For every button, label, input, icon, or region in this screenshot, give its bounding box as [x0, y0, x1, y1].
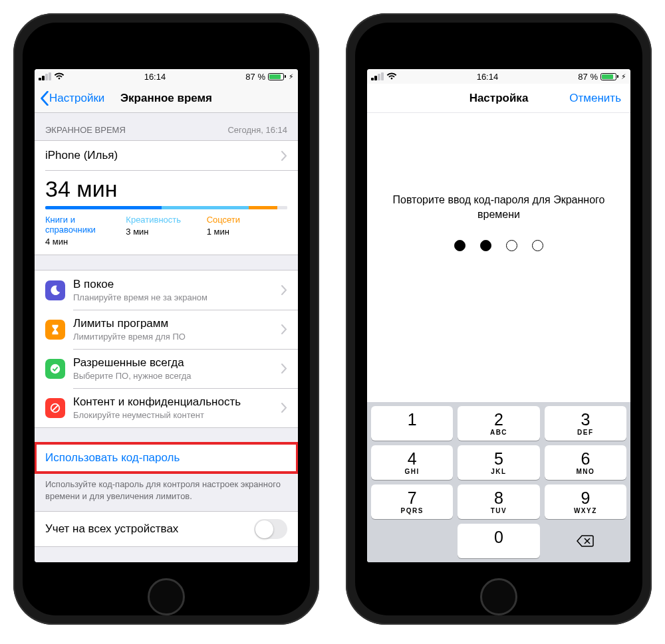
share-devices-row[interactable]: Учет на всех устройствах [35, 512, 298, 546]
check-icon [45, 359, 65, 379]
section-header-label: ЭКРАННОЕ ВРЕМЯ [45, 125, 126, 135]
passcode-note: Используйте код-пароль для контроля наст… [35, 473, 298, 511]
category-value: 4 мин [45, 237, 126, 247]
screen-left: 16:14 87 % ⚡︎ Настройки Экранное время [35, 69, 298, 562]
share-toggle[interactable] [254, 519, 287, 539]
category-item: Соцсети1 мин [207, 215, 287, 247]
settings-row[interactable]: Контент и конфиденциальностьБлокируйте н… [35, 388, 298, 427]
row-subtitle: Лимитируйте время для ПО [73, 332, 277, 342]
section-header-time: Сегодня, 16:14 [227, 125, 287, 135]
device-row[interactable]: iPhone (Илья) [35, 141, 298, 170]
signal-icon [371, 72, 384, 80]
nav-bar: Настройка Отменить [367, 84, 630, 113]
row-subtitle: Планируйте время не за экраном [73, 292, 277, 302]
battery-icon [268, 73, 286, 80]
passcode-cell[interactable]: Использовать код-пароль [35, 443, 298, 473]
total-time: 34 мин [35, 171, 298, 206]
keypad-key-8[interactable]: 8TUV [458, 484, 539, 519]
wifi-icon [54, 71, 65, 82]
keypad-key-6[interactable]: 6MNO [545, 445, 626, 480]
settings-row[interactable]: В покоеПланируйте время не за экраном [35, 270, 298, 310]
keypad-key-1[interactable]: 1 [371, 406, 453, 441]
chevron-right-icon [281, 324, 287, 334]
usage-bar [45, 206, 287, 209]
keypad-key-2[interactable]: 2ABC [458, 406, 539, 441]
row-subtitle: Выберите ПО, нужное всегда [73, 371, 277, 381]
hourglass-icon [45, 320, 65, 340]
status-bar: 16:14 87 % ⚡︎ [35, 69, 298, 84]
passcode-dot [480, 240, 491, 251]
battery-percent: 87 % [245, 72, 265, 82]
passcode-dot [506, 240, 517, 251]
back-button[interactable]: Настройки [40, 91, 104, 106]
home-button[interactable] [148, 578, 185, 615]
keypad-delete[interactable] [545, 524, 626, 558]
bar-segment [249, 206, 278, 209]
category-row: Книги и справочники4 минКреативность3 ми… [35, 215, 298, 255]
category-item: Креативность3 мин [126, 215, 206, 247]
charging-icon: ⚡︎ [289, 72, 294, 81]
category-name: Книги и справочники [45, 215, 126, 235]
passcode-link: Использовать код-пароль [45, 451, 180, 465]
home-button[interactable] [480, 578, 517, 615]
passcode-dot [532, 240, 543, 251]
chevron-right-icon [281, 364, 287, 374]
nav-bar: Настройки Экранное время [35, 84, 298, 113]
category-item: Книги и справочники4 мин [45, 215, 126, 247]
wifi-icon [386, 71, 397, 82]
battery-percent: 87 % [578, 72, 598, 82]
charging-icon: ⚡︎ [621, 72, 626, 81]
passcode-dot [454, 240, 466, 251]
row-title: Лимиты программ [73, 317, 277, 330]
row-title: Разрешенные всегда [73, 356, 277, 370]
status-time: 16:14 [144, 72, 166, 82]
category-name: Креативность [126, 215, 206, 225]
chevron-right-icon [281, 403, 287, 413]
keypad-key-7[interactable]: 7PQRS [371, 484, 453, 519]
settings-row[interactable]: Лимиты программЛимитируйте время для ПО [35, 310, 298, 349]
keypad-key-9[interactable]: 9WXYZ [545, 484, 626, 519]
phone-frame-right: 16:14 87 % ⚡︎ Настройка Отменить Повтори… [346, 13, 652, 625]
cancel-button[interactable]: Отменить [569, 92, 625, 105]
keypad-blank [371, 524, 453, 558]
keypad: 1 2ABC3DEF4GHI5JKL6MNO7PQRS8TUV9WXYZ0 [367, 402, 630, 562]
keypad-key-3[interactable]: 3DEF [545, 406, 626, 441]
bar-segment [162, 206, 249, 209]
settings-row[interactable]: Разрешенные всегдаВыберите ПО, нужное вс… [35, 349, 298, 388]
passcode-dots [454, 240, 543, 251]
device-label: iPhone (Илья) [45, 149, 277, 162]
signal-icon [39, 72, 51, 80]
nosign-icon [45, 398, 65, 418]
category-name: Соцсети [207, 215, 287, 225]
moon-icon [45, 280, 65, 300]
phone-frame-left: 16:14 87 % ⚡︎ Настройки Экранное время [13, 13, 319, 625]
svg-point-0 [51, 364, 60, 373]
chevron-right-icon [281, 151, 287, 161]
battery-icon [600, 73, 618, 80]
status-time: 16:14 [477, 72, 499, 82]
row-title: Контент и конфиденциальность [73, 395, 277, 409]
category-value: 3 мин [126, 227, 206, 237]
screen-right: 16:14 87 % ⚡︎ Настройка Отменить Повтори… [367, 69, 630, 562]
passcode-prompt: Повторите ввод код-пароля для Экранного … [367, 193, 630, 223]
keypad-key-4[interactable]: 4GHI [371, 445, 453, 480]
section-header: ЭКРАННОЕ ВРЕМЯ Сегодня, 16:14 [35, 113, 298, 140]
category-value: 1 мин [207, 227, 287, 237]
back-label: Настройки [49, 92, 104, 105]
row-subtitle: Блокируйте неуместный контент [73, 410, 277, 420]
keypad-key-5[interactable]: 5JKL [458, 445, 539, 480]
share-devices-label: Учет на всех устройствах [45, 522, 254, 536]
keypad-key-0[interactable]: 0 [458, 524, 539, 558]
bar-segment [45, 206, 162, 209]
status-bar: 16:14 87 % ⚡︎ [367, 69, 630, 84]
svg-line-2 [53, 405, 59, 411]
row-title: В покое [73, 278, 277, 291]
chevron-right-icon [281, 285, 287, 295]
